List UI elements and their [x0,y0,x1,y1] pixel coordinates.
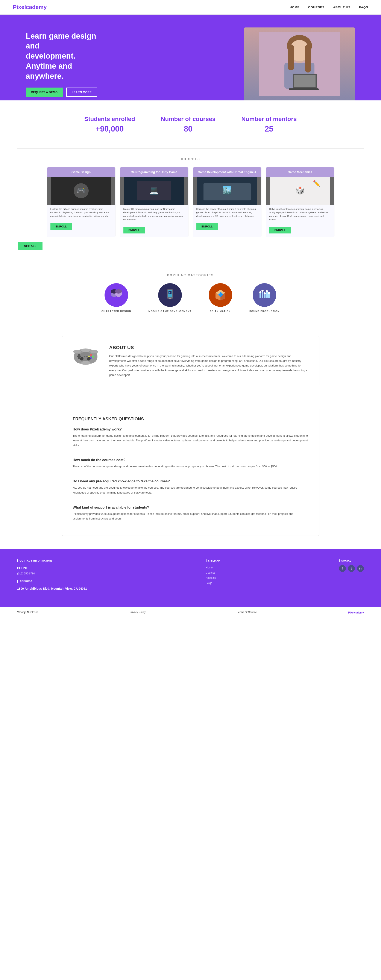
svg-rect-7 [289,88,319,90]
category-3d[interactable]: 🔷 3D ANIMATION [209,283,232,312]
footer-contact-title: CONTACT INFORMATION [17,559,87,562]
footer-sitemap: SITEMAP Home Courses About us FAQs [206,559,220,592]
footer-link-about[interactable]: About us [206,575,220,581]
footer-address-title: ADDRESS [17,580,87,582]
categories-grid: CHARACTER DESIGN ▶ MOBILE GAME DEVELOPME… [17,283,364,312]
sound-production-icon [253,283,276,307]
course-card-2: C# Programming for Unity Game 💻 Master C… [120,167,188,237]
about-icon [73,345,99,371]
faq-answer-1: The e-learning platform for game design … [73,433,308,448]
category-character[interactable]: CHARACTER DESIGN [102,283,131,312]
faq-question-1: How does Pixelcademy work? [73,428,308,431]
footer-logo-text: ixelcademy [350,611,364,614]
course-img-4: 🎲 ✏️ [266,177,334,205]
faq-answer-3: No, you do not need any pre-acquired kno… [73,485,308,495]
linkedin-icon[interactable]: in [357,565,364,572]
footer-link-home[interactable]: Home [206,565,220,570]
footer-link-courses[interactable]: Courses [206,570,220,575]
svg-rect-37 [264,294,266,298]
logo-accent: P [13,4,16,10]
character-design-icon [105,283,128,307]
svg-rect-39 [268,294,270,298]
footer-terms[interactable]: Terms Of Service [237,611,257,614]
faq-answer-4: Pixelcademy provides various support opt… [73,512,308,521]
stat-courses-label: Number of courses [161,115,215,123]
nav-faqs[interactable]: FAQS [359,6,368,9]
svg-rect-58 [86,356,88,357]
faq-title: FREQUENTLY ASKED QUESTIONS [73,417,308,422]
mobile-dev-label: MOBILE GAME DEVELOPMENT [148,310,191,312]
course-title-1: Game Design [47,167,115,177]
course-card-4: Game Mechanics 🎲 ✏️ Delve into the intri… [266,167,335,237]
svg-point-42 [264,292,266,294]
enroll-button-2[interactable]: ENROLL [123,227,145,234]
character-design-label: CHARACTER DESIGN [102,310,131,312]
nav-home[interactable]: HOME [290,6,300,9]
course-img-2: 💻 [120,177,188,205]
footer-social: SOCIAL f t in [339,559,364,592]
nav-courses[interactable]: COURSES [308,6,325,9]
hero-text: Learn game design and development. Anyti… [26,31,107,97]
about-title: ABOUT US [109,345,308,350]
course-body-3: Harness the power of Unreal Engine 4 to … [193,205,261,224]
about-body: Our platform is designed to help you tur… [109,354,308,377]
footer-grid: CONTACT INFORMATION PHONE (012) 555-6780… [17,559,364,592]
see-all-button[interactable]: SEE ALL [18,242,43,250]
hero-heading: Learn game design and development. Anyti… [26,31,107,81]
enroll-button-1[interactable]: ENROLL [51,223,72,230]
footer-author: Viktorija Nikoloska [17,611,38,614]
course-body-2: Master C# programming language for Unity… [120,205,188,227]
svg-point-43 [266,290,268,292]
logo-text: ixelcademy [16,4,46,10]
svg-point-40 [259,291,261,293]
svg-text:🎲: 🎲 [295,186,305,195]
faq-question-4: What kind of support is available for st… [73,506,308,509]
enroll-button-4[interactable]: ENROLL [269,227,291,234]
svg-point-60 [90,350,98,353]
svg-text:💻: 💻 [150,186,159,195]
stat-enrolled-label: Students enrolled [84,115,135,123]
svg-rect-57 [84,356,85,357]
stat-enrolled-value: +90,000 [84,124,135,134]
footer: CONTACT INFORMATION PHONE (012) 555-6780… [0,549,381,618]
footer-main: CONTACT INFORMATION PHONE (012) 555-6780… [0,549,381,607]
course-body-4: Delve into the intricacies of digital ga… [266,205,334,227]
svg-text:🔷: 🔷 [217,292,223,298]
svg-point-56 [87,357,91,361]
request-demo-button[interactable]: REQUEST A DEMO [26,88,63,97]
footer-privacy[interactable]: Privacy Policy [130,611,146,614]
footer-bottom: Viktorija Nikoloska Privacy Policy Terms… [0,607,381,618]
about-section: ABOUT US Our platform is designed to hel… [0,323,381,399]
about-card: ABOUT US Our platform is designed to hel… [62,336,319,386]
categories-title: POPULAR CATEGORIES [17,274,364,277]
twitter-icon[interactable]: t [348,565,355,572]
categories-section: POPULAR CATEGORIES CHARACTER DESIGN [0,262,381,323]
courses-section-title: COURSES [17,157,364,161]
facebook-icon[interactable]: f [339,565,346,572]
course-desc-3: Harness the power of Unreal Engine 4 to … [196,207,258,218]
navbar: Pixelcademy HOME COURSES ABOUT US FAQS [0,0,381,14]
stats-section: Students enrolled +90,000 Number of cour… [0,100,381,148]
course-card-1: Game Design 🎮 Explore the art and scienc… [47,167,115,237]
course-desc-2: Master C# programming language for Unity… [123,207,185,221]
footer-link-faqs[interactable]: FAQs [206,581,220,585]
footer-phone-label: PHONE [17,565,87,571]
course-desc-4: Delve into the intricacies of digital ga… [269,207,331,221]
svg-rect-38 [266,292,268,298]
svg-rect-6 [294,75,316,87]
svg-rect-8 [288,45,294,70]
course-card-3: Game Development with Unreal Engine 4 🏙️… [193,167,261,237]
course-title-2: C# Programming for Unity Game [120,167,188,177]
svg-point-28 [169,298,171,299]
footer-sitemap-title: SITEMAP [206,559,220,562]
category-sound[interactable]: SOUND PRODUCTION [249,283,280,312]
nav-about[interactable]: ABOUT US [333,6,351,9]
footer-social-title: SOCIAL [339,559,364,562]
learn-more-button[interactable]: LEARN MORE [66,88,97,97]
mobile-dev-icon: ▶ [158,283,182,307]
svg-rect-50 [78,354,80,359]
footer-contact: CONTACT INFORMATION PHONE (012) 555-6780… [17,559,87,592]
svg-rect-35 [260,293,261,298]
category-mobile[interactable]: ▶ MOBILE GAME DEVELOPMENT [148,283,191,312]
enroll-button-3[interactable]: ENROLL [196,223,218,230]
